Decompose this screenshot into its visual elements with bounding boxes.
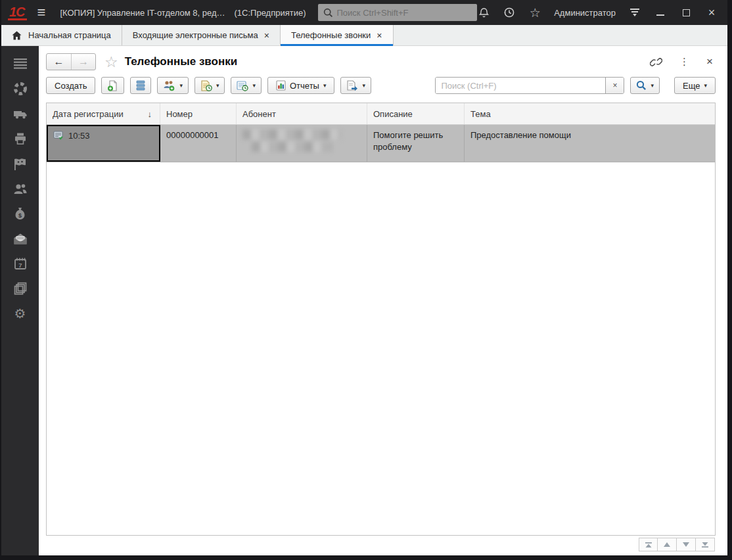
minimize-button[interactable]: [654, 6, 667, 19]
last-row-icon: [701, 542, 709, 548]
go-last-button[interactable]: [696, 538, 715, 551]
table-nav-buttons: [46, 536, 716, 553]
export-button[interactable]: ▾: [340, 77, 371, 94]
titlebar: 1С ≡ [КОПИЯ] Управление IT-отделом 8, ре…: [1, 0, 727, 25]
calendar-icon[interactable]: 7: [13, 256, 28, 271]
column-header-number[interactable]: Номер: [160, 103, 237, 124]
money-bag-icon[interactable]: $: [13, 206, 28, 221]
sort-desc-icon: ↓: [148, 109, 154, 119]
global-search-input[interactable]: [337, 8, 472, 18]
window-close-button[interactable]: ×: [705, 6, 718, 19]
document-schedule-button[interactable]: ▾: [194, 77, 225, 94]
reports-button[interactable]: Отчеты ▾: [267, 77, 334, 94]
dollar-glyph: $: [18, 212, 22, 218]
gear-icon[interactable]: ⚙: [13, 306, 28, 321]
notifications-bell-icon[interactable]: [477, 6, 490, 19]
users-icon[interactable]: [13, 181, 28, 196]
dropdown-caret-icon: ▾: [252, 82, 256, 89]
van-icon[interactable]: [13, 106, 28, 121]
table-empty-area[interactable]: [47, 162, 715, 535]
report-chart-icon: [276, 80, 286, 91]
more-actions-icon[interactable]: ⋮: [679, 56, 689, 68]
dropdown-caret-icon: ▾: [179, 82, 183, 89]
redacted-text-blur: [242, 129, 361, 152]
form-header: ← → ☆ Телефонные звонки ⋮ ×: [46, 51, 716, 72]
tab-label: Входящие электронные письма: [133, 30, 258, 40]
menu-lines-icon[interactable]: [13, 57, 28, 71]
document-add-icon: [107, 80, 118, 91]
form-header-icons: ⋮ ×: [650, 55, 716, 68]
forward-button[interactable]: →: [71, 54, 95, 70]
tab-label: Начальная страница: [28, 30, 111, 40]
back-button[interactable]: ←: [47, 54, 71, 70]
search-icon: [323, 8, 333, 18]
list-view-button[interactable]: [130, 77, 151, 94]
cell-abonent-redacted[interactable]: [237, 125, 367, 162]
column-header-date[interactable]: Дата регистрации ↓: [47, 103, 160, 124]
tab-incoming-emails[interactable]: Входящие электронные письма ×: [122, 25, 281, 45]
favorite-star-icon[interactable]: ☆: [104, 53, 118, 71]
section-sidebar: $ 7 ⚙: [1, 46, 39, 555]
tab-phone-calls[interactable]: Телефонные звонки ×: [281, 25, 394, 45]
current-user[interactable]: Администратор: [554, 8, 616, 18]
service-menu-icon[interactable]: [628, 6, 641, 19]
mail-open-icon[interactable]: [13, 231, 28, 246]
list-search: ×: [435, 77, 624, 94]
cell-date-current[interactable]: 10:53: [47, 125, 160, 162]
tab-home[interactable]: Начальная страница: [1, 25, 122, 45]
tab-close-icon[interactable]: ×: [377, 31, 382, 40]
tab-label: Телефонные звонки: [291, 30, 371, 40]
create-new-folder-button[interactable]: [101, 77, 124, 94]
1c-logo: 1С: [8, 5, 27, 20]
dropdown-caret-icon: ▾: [323, 82, 327, 89]
users-add-icon: [163, 80, 175, 91]
dropdown-caret-icon: ▾: [216, 82, 219, 89]
copies-icon[interactable]: [13, 281, 28, 296]
cell-time: 10:53: [68, 130, 90, 142]
cell-subject[interactable]: Предоставление помощи: [465, 125, 715, 162]
column-header-abonent[interactable]: Абонент: [237, 103, 367, 124]
flag-photo-icon[interactable]: [13, 156, 28, 171]
row-up-button[interactable]: [658, 538, 677, 551]
history-icon[interactable]: [503, 6, 516, 19]
titlebar-right: ☆ Администратор ×: [477, 6, 718, 19]
tab-bar: Начальная страница Входящие электронные …: [1, 25, 727, 46]
row-down-button[interactable]: [677, 538, 696, 551]
more-button[interactable]: Еще ▾: [674, 77, 716, 94]
create-button[interactable]: Создать: [46, 77, 95, 94]
window-title: [КОПИЯ] Управление IT-отделом 8, ред…: [60, 8, 225, 18]
app-window: 1С ≡ [КОПИЯ] Управление IT-отделом 8, ре…: [0, 0, 732, 560]
cell-description[interactable]: Помогите решить проблему: [367, 125, 465, 162]
form-close-icon[interactable]: ×: [706, 55, 713, 68]
tab-close-icon[interactable]: ×: [264, 31, 269, 40]
home-icon: [12, 31, 22, 40]
column-header-subject[interactable]: Тема: [465, 103, 715, 124]
list-schedule-button[interactable]: ▾: [231, 77, 262, 94]
down-icon: [682, 542, 690, 548]
search-button[interactable]: ▾: [630, 77, 660, 94]
page-title: Телефонные звонки: [125, 55, 238, 68]
maximize-button[interactable]: [679, 6, 693, 19]
clear-search-button[interactable]: ×: [605, 78, 624, 93]
cell-number[interactable]: 00000000001: [160, 125, 237, 162]
global-search[interactable]: [318, 4, 478, 21]
table-header: Дата регистрации ↓ Номер Абонент Описани…: [47, 103, 715, 125]
calendar-number: 7: [18, 262, 22, 269]
form-phone-calls: ← → ☆ Телефонные звонки ⋮ × Создать: [39, 46, 727, 555]
table-row[interactable]: 10:53 00000000001 Помогите решить пробле…: [47, 125, 715, 162]
document-clock-icon: [200, 80, 212, 91]
toolbar-right: × ▾ Еще ▾: [435, 77, 716, 94]
list-search-input[interactable]: [436, 78, 605, 93]
document-export-icon: [346, 80, 358, 91]
get-link-icon[interactable]: [650, 57, 662, 68]
column-header-description[interactable]: Описание: [367, 103, 465, 124]
go-first-button[interactable]: [639, 538, 658, 551]
lifebuoy-icon[interactable]: [13, 82, 28, 96]
printer-icon[interactable]: [13, 131, 28, 146]
add-contact-button[interactable]: ▾: [157, 77, 189, 94]
list-toolbar: Создать ▾ ▾ ▾: [46, 74, 716, 97]
favorites-star-icon[interactable]: ☆: [528, 6, 541, 19]
app-name: (1С:Предприятие): [235, 8, 306, 18]
main-menu-icon[interactable]: ≡: [37, 4, 46, 21]
document-posted-icon: [53, 131, 64, 140]
